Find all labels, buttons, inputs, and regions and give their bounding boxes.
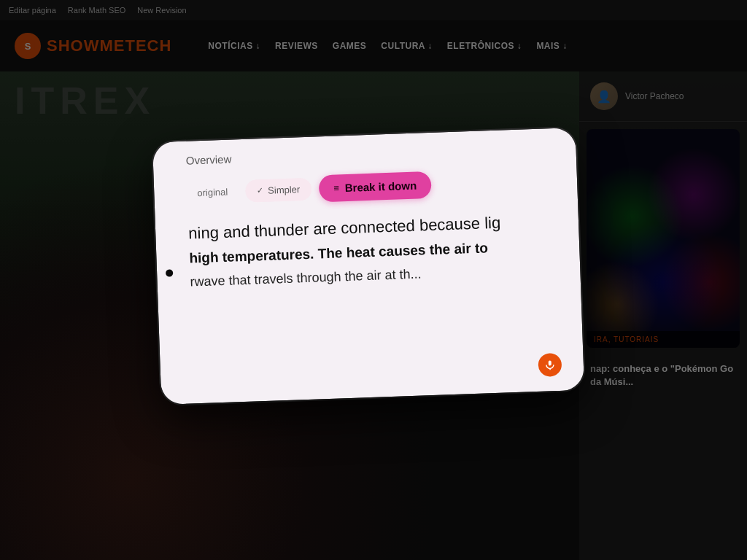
sidebar-author: 👤 Victor Pacheco	[579, 71, 747, 122]
author-avatar: 👤	[590, 82, 618, 110]
svg-text:S: S	[25, 41, 31, 52]
site-header: S SHOWMETECH NOTÍCIAS ↓ REVIEWS GAMES CU…	[0, 20, 747, 71]
svg-rect-2	[549, 360, 551, 365]
checkmark-icon: ✓	[257, 186, 263, 195]
break-it-down-button[interactable]: ≡ Break it down	[319, 171, 432, 202]
edit-page-label: Editar página	[9, 6, 56, 15]
revision-label: New Revision	[137, 6, 186, 15]
author-name: Victor Pacheco	[625, 91, 684, 101]
site-nav: NOTÍCIAS ↓ REVIEWS GAMES CULTURA ↓ ELETR…	[208, 41, 567, 51]
sidebar-phone-image: IRA, TUTORIAIS	[587, 129, 740, 348]
screen-content: Overview original ✓ Simpler ≡ Break it d…	[171, 128, 584, 404]
nav-eletronicos[interactable]: ELETRÔNICOS ↓	[447, 41, 522, 51]
nav-mais[interactable]: MAIS ↓	[536, 41, 567, 51]
original-button[interactable]: original	[187, 180, 239, 204]
bg-watermark: ITREX	[15, 79, 155, 122]
break-it-down-label: Break it down	[345, 179, 417, 194]
logo-icon: S	[15, 33, 41, 59]
camera-hole	[166, 269, 173, 276]
nav-reviews[interactable]: REVIEWS	[275, 41, 318, 51]
sidebar-article-title: nap: conheça e o "Pokémon Go da Músi...	[579, 355, 747, 396]
simpler-button[interactable]: ✓ Simpler	[245, 178, 312, 203]
list-icon: ≡	[333, 182, 339, 193]
nav-cultura[interactable]: CULTURA ↓	[381, 41, 433, 51]
nav-games[interactable]: GAMES	[333, 41, 367, 51]
sidebar-category-label: IRA, TUTORIAIS	[587, 331, 740, 348]
bg-sidebar: 👤 Victor Pacheco IRA, TUTORIAIS nap: con…	[579, 71, 747, 560]
nav-noticias[interactable]: NOTÍCIAS ↓	[208, 41, 260, 51]
simpler-label: Simpler	[268, 184, 301, 196]
seo-label: Rank Math SEO	[68, 6, 125, 15]
smartphone: Overview original ✓ Simpler ≡ Break it d…	[152, 128, 584, 405]
screen-text-area: ning and thunder are connected because l…	[173, 202, 581, 298]
colorful-bg	[587, 129, 740, 348]
site-logo: S SHOWMETECH	[15, 33, 171, 59]
logo-text: SHOWMETECH	[47, 36, 171, 55]
phone-screen: Overview original ✓ Simpler ≡ Break it d…	[152, 128, 584, 405]
admin-bar: Editar página Rank Math SEO New Revision	[0, 0, 747, 20]
